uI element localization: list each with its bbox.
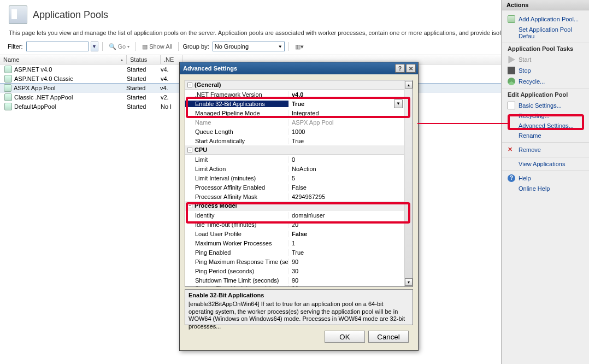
col-status[interactable]: Status <box>127 55 161 64</box>
add-app-pool[interactable]: Add Application Pool... <box>502 14 589 25</box>
connector-annotation <box>417 123 509 124</box>
prop-autostart[interactable]: Start AutomaticallyTrue <box>185 136 404 145</box>
dropdown-icon[interactable]: ▼ <box>394 99 403 108</box>
help-action[interactable]: ?Help <box>502 173 589 184</box>
pool-icon <box>4 93 12 101</box>
filter-label: Filter: <box>8 43 23 50</box>
prop-idle-timeout[interactable]: Idle Time-out (minutes)20 <box>185 220 404 229</box>
toolbar-overflow[interactable]: ▥▾ <box>293 43 306 50</box>
recycle-action[interactable]: Recycle... <box>502 76 589 87</box>
x-icon: ✕ <box>508 146 515 154</box>
prop-affinity-mask[interactable]: Processor Affinity Mask4294967295 <box>185 192 404 201</box>
start-action[interactable]: Start <box>502 54 589 65</box>
advanced-settings-dialog: Advanced Settings ? ✕ −(General) .NET Fr… <box>179 62 419 351</box>
help-icon: ? <box>508 174 515 182</box>
pool-icon <box>4 84 11 92</box>
show-all-button[interactable]: ▤Show All <box>140 43 174 50</box>
edit-header: Edit Application Pool <box>502 89 589 100</box>
set-defaults[interactable]: Set Application Pool Defau <box>502 25 589 41</box>
view-apps[interactable]: View Applications <box>502 159 589 169</box>
pool-icon <box>4 66 12 73</box>
prop-netfx[interactable]: .NET Framework Versionv4.0 <box>185 90 404 99</box>
prop-ping-max-response[interactable]: Ping Maximum Response Time (seconc90 <box>185 257 404 266</box>
sort-asc-icon: ▴ <box>121 57 123 62</box>
actions-title: Actions <box>502 0 589 10</box>
stop-icon <box>508 67 515 74</box>
dialog-titlebar[interactable]: Advanced Settings ? ✕ <box>180 62 418 74</box>
prop-ping-enabled[interactable]: Ping EnabledTrue <box>185 248 404 257</box>
prop-startup-limit[interactable]: Startup Time Limit (seconds)90 <box>185 285 404 286</box>
play-icon <box>508 56 515 63</box>
cat-cpu[interactable]: −CPU <box>185 145 404 155</box>
cat-process-model[interactable]: −Process Model <box>185 201 404 210</box>
col-name[interactable]: Name▴ <box>0 55 127 64</box>
prop-enable-32bit[interactable]: Enable 32-Bit ApplicationsTrue▼ <box>185 99 404 108</box>
toolbar: Filter: ▼ 🔍Go▾ ▤Show All Group by: No Gr… <box>0 40 501 55</box>
doc-icon <box>508 102 515 109</box>
cancel-button[interactable]: Cancel <box>368 331 409 343</box>
go-button[interactable]: 🔍Go▾ <box>107 43 132 50</box>
group-by-select[interactable]: No Grouping▼ <box>213 42 285 51</box>
cat-general[interactable]: −(General) <box>185 80 404 90</box>
prop-limit-interval[interactable]: Limit Interval (minutes)5 <box>185 173 404 183</box>
pool-icon <box>4 103 12 110</box>
filter-input[interactable] <box>26 42 89 51</box>
prop-limit[interactable]: Limit0 <box>185 155 404 164</box>
tasks-header: Application Pool Tasks <box>502 43 589 54</box>
recycling-settings[interactable]: Recycling... <box>502 111 589 121</box>
online-help[interactable]: Online Help <box>502 184 589 193</box>
close-button[interactable]: ✕ <box>406 64 416 73</box>
prop-identity[interactable]: Identitydomain\user <box>185 210 404 220</box>
prop-affinity-enabled[interactable]: Processor Affinity EnabledFalse <box>185 183 404 192</box>
recycle-icon <box>508 78 515 85</box>
group-by-label: Group by: <box>182 43 209 50</box>
prop-queue[interactable]: Queue Length1000 <box>185 127 404 136</box>
property-grid: −(General) .NET Framework Versionv4.0 En… <box>185 80 413 287</box>
dialog-title: Advanced Settings <box>183 65 237 72</box>
collapse-icon[interactable]: − <box>187 148 192 152</box>
page-subtitle: This page lets you view and manage the l… <box>0 27 501 40</box>
property-description: Enable 32-Bit Applications [enable32BitA… <box>185 289 413 325</box>
prop-limit-action[interactable]: Limit ActionNoAction <box>185 164 404 173</box>
pool-icon <box>4 75 12 83</box>
add-icon <box>508 15 515 23</box>
stop-action[interactable]: Stop <box>502 65 589 76</box>
ok-button[interactable]: OK <box>325 331 365 343</box>
binoculars-icon: 🔍 <box>109 43 116 50</box>
basic-settings[interactable]: Basic Settings... <box>502 100 589 111</box>
page-title: Application Pools <box>33 9 108 21</box>
rename-action[interactable]: Rename <box>502 131 589 140</box>
filter-dropdown-icon[interactable]: ▼ <box>91 42 98 51</box>
scroll-down-icon[interactable]: ▾ <box>405 278 413 286</box>
prop-name[interactable]: NameASPX App Pool <box>185 118 404 127</box>
help-button[interactable]: ? <box>395 64 405 73</box>
prop-load-user-profile[interactable]: Load User ProfileFalse <box>185 229 404 238</box>
collapse-icon[interactable]: − <box>187 83 192 87</box>
prop-pipeline[interactable]: Managed Pipeline ModeIntegrated <box>185 108 404 118</box>
app-pool-icon <box>9 5 27 24</box>
scroll-up-icon[interactable]: ▴ <box>405 81 413 89</box>
collapse-icon[interactable]: − <box>187 203 192 208</box>
remove-action[interactable]: ✕Remove <box>502 144 589 155</box>
advanced-settings[interactable]: Advanced Settings... <box>502 121 589 131</box>
scrollbar[interactable]: ▴ ▾ <box>404 80 413 286</box>
prop-max-workers[interactable]: Maximum Worker Processes1 <box>185 238 404 248</box>
filter-clear-icon: ▤ <box>142 43 148 50</box>
prop-shutdown-limit[interactable]: Shutdown Time Limit (seconds)90 <box>185 275 404 285</box>
prop-ping-period[interactable]: Ping Period (seconds)30 <box>185 266 404 275</box>
actions-panel: Actions Add Application Pool... Set Appl… <box>502 0 589 364</box>
